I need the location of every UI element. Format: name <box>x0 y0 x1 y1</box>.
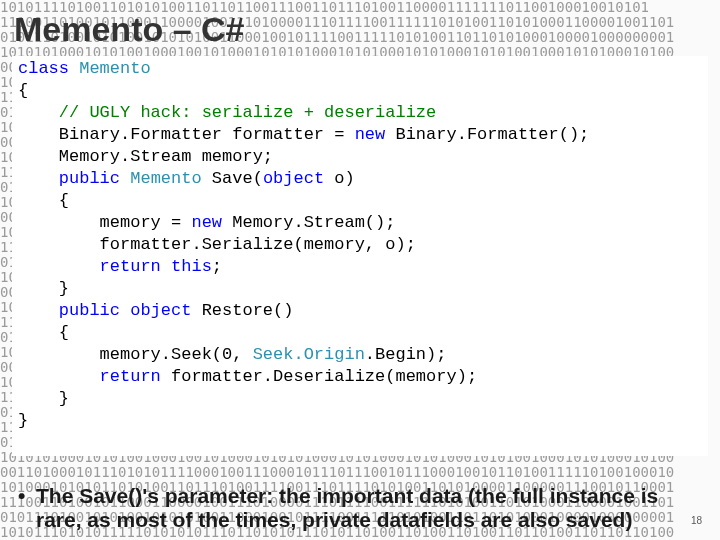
brace: } <box>18 279 69 298</box>
page-number: 18 <box>691 515 702 526</box>
keyword: class <box>18 59 69 78</box>
code-text: Restore() <box>191 301 293 320</box>
brace: } <box>18 389 69 408</box>
bullet-dot: • <box>18 484 36 508</box>
code-text: memory = <box>18 213 191 232</box>
type-name: Memento <box>120 169 202 188</box>
code-text: o) <box>324 169 355 188</box>
code-line: public object Restore() <box>18 300 702 322</box>
code-text: formatter.Serialize(memory, o); <box>18 235 416 254</box>
code-line: formatter.Serialize(memory, o); <box>18 234 702 256</box>
bullet-area: •The Save()'s parameter: the important d… <box>18 484 708 532</box>
code-line: Binary.Formatter formatter = new Binary.… <box>18 124 702 146</box>
code-line: memory = new Memory.Stream(); <box>18 212 702 234</box>
code-text: memory.Seek(0, <box>18 345 253 364</box>
keyword: public <box>18 301 120 320</box>
code-line: public Memento Save(object o) <box>18 168 702 190</box>
code-text: Binary.Formatter formatter = <box>18 125 355 144</box>
code-line: // UGLY hack: serialize + deserialize <box>18 102 702 124</box>
code-line: { <box>18 190 702 212</box>
code-line: { <box>18 322 702 344</box>
keyword: new <box>191 213 222 232</box>
bullet-text: The Save()'s parameter: the important da… <box>36 484 696 532</box>
code-line: } <box>18 388 702 410</box>
slide: 1010111101001101010100110110110011100110… <box>0 0 720 540</box>
code-text: formatter.Deserialize(memory); <box>161 367 477 386</box>
slide-title: Memento – C# <box>14 10 245 49</box>
code-line: Memory.Stream memory; <box>18 146 702 168</box>
code-text: .Begin); <box>365 345 447 364</box>
code-text: ; <box>212 257 222 276</box>
comment: // UGLY hack: serialize + deserialize <box>18 103 436 122</box>
keyword: public <box>18 169 120 188</box>
brace: { <box>18 323 69 342</box>
code-text: Save( <box>202 169 263 188</box>
code-text: Memory.Stream memory; <box>18 147 273 166</box>
keyword: this <box>161 257 212 276</box>
code-line: } <box>18 278 702 300</box>
code-line: memory.Seek(0, Seek.Origin.Begin); <box>18 344 702 366</box>
keyword: return <box>18 257 161 276</box>
code-line: return this; <box>18 256 702 278</box>
keyword: object <box>263 169 324 188</box>
keyword: object <box>120 301 191 320</box>
type-name: Memento <box>69 59 151 78</box>
keyword: return <box>18 367 161 386</box>
brace: } <box>18 411 28 430</box>
keyword: new <box>355 125 386 144</box>
type-name: Seek.Origin <box>253 345 365 364</box>
code-line: return formatter.Deserialize(memory); <box>18 366 702 388</box>
code-text: Memory.Stream(); <box>222 213 395 232</box>
code-line: { <box>18 80 702 102</box>
code-line: } <box>18 410 702 432</box>
code-block: class Memento { // UGLY hack: serialize … <box>12 56 708 456</box>
brace: { <box>18 81 28 100</box>
code-line: class Memento <box>18 58 702 80</box>
brace: { <box>18 191 69 210</box>
code-text: Binary.Formatter(); <box>385 125 589 144</box>
